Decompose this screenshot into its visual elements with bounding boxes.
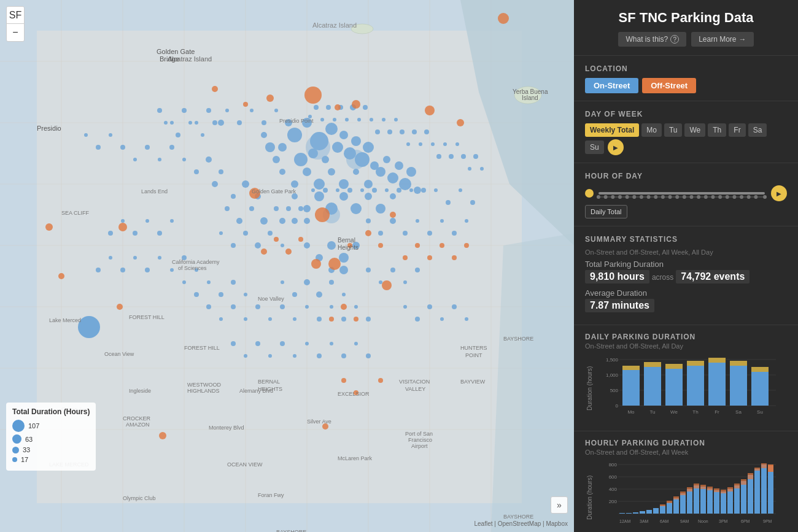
- svg-rect-401: [714, 490, 719, 514]
- dow-play-button[interactable]: ▶: [608, 139, 624, 155]
- legend-item-3: 33: [12, 446, 90, 453]
- svg-point-150: [424, 129, 429, 134]
- svg-point-113: [231, 243, 236, 248]
- svg-point-146: [400, 129, 405, 134]
- avg-value: 7.87 minutes: [585, 299, 654, 312]
- what-is-this-button[interactable]: What is this? ?: [618, 32, 686, 47]
- dow-th[interactable]: Th: [708, 123, 726, 137]
- svg-point-63: [316, 254, 323, 261]
- legend-circle-lg: [12, 420, 25, 432]
- svg-rect-390: [640, 511, 645, 514]
- summary-title: SUMMARY STATISTICS: [585, 235, 787, 244]
- svg-point-116: [170, 121, 174, 125]
- svg-rect-369: [751, 372, 769, 406]
- legend-circle-md: [12, 434, 21, 444]
- svg-point-270: [354, 317, 358, 322]
- location-label: LOCATION: [585, 64, 787, 73]
- svg-point-254: [243, 102, 248, 107]
- zoom-out-button[interactable]: −: [7, 24, 24, 41]
- svg-point-176: [390, 268, 395, 272]
- svg-rect-408: [761, 465, 767, 514]
- svg-rect-388: [626, 513, 632, 514]
- dow-fr[interactable]: Fr: [729, 123, 745, 137]
- svg-text:We: We: [670, 409, 678, 415]
- question-icon: ?: [670, 35, 679, 44]
- svg-point-123: [250, 109, 254, 112]
- svg-point-41: [399, 178, 411, 190]
- svg-point-21: [325, 123, 338, 135]
- svg-point-238: [382, 280, 392, 290]
- svg-point-124: [237, 120, 242, 125]
- svg-point-208: [207, 280, 211, 284]
- svg-point-139: [357, 118, 361, 121]
- svg-point-222: [145, 219, 149, 223]
- svg-point-31: [355, 152, 370, 167]
- hour-track[interactable]: [598, 192, 765, 195]
- svg-point-92: [96, 145, 101, 150]
- svg-text:Noon: Noon: [698, 519, 708, 523]
- hour-slider-handle[interactable]: [585, 189, 594, 198]
- svg-point-234: [323, 206, 340, 223]
- svg-rect-360: [644, 362, 661, 367]
- dow-su[interactable]: Su: [585, 141, 604, 154]
- svg-text:3PM: 3PM: [719, 519, 728, 523]
- dow-sa[interactable]: Sa: [748, 123, 767, 137]
- svg-rect-393: [660, 506, 665, 514]
- svg-point-187: [268, 317, 272, 321]
- legend-value-1: 107: [28, 422, 39, 430]
- svg-point-74: [249, 206, 254, 211]
- svg-rect-425: [741, 479, 746, 485]
- svg-point-29: [344, 147, 356, 160]
- map-zoom-controls[interactable]: SF TNC Parking Data −: [6, 6, 25, 42]
- svg-text:Monterey Blvd: Monterey Blvd: [209, 425, 244, 431]
- svg-point-25: [294, 153, 308, 166]
- svg-point-54: [339, 192, 348, 201]
- svg-point-249: [457, 119, 464, 126]
- svg-point-77: [279, 218, 285, 224]
- svg-text:0: 0: [616, 403, 619, 409]
- svg-text:Airport: Airport: [411, 443, 428, 449]
- svg-point-59: [303, 205, 311, 212]
- dow-weekly-total[interactable]: Weekly Total: [585, 123, 639, 137]
- legend-item-2: 63: [12, 434, 90, 444]
- svg-point-263: [403, 255, 408, 260]
- svg-point-75: [260, 217, 268, 225]
- learn-more-button[interactable]: Learn More →: [691, 32, 753, 47]
- svg-point-199: [244, 354, 247, 358]
- svg-point-250: [498, 13, 509, 24]
- svg-point-220: [170, 219, 174, 223]
- svg-point-43: [414, 187, 421, 194]
- svg-text:Presidio Point: Presidio Point: [279, 118, 314, 124]
- svg-point-257: [378, 243, 383, 248]
- daily-total-tooltip: Daily Total: [585, 205, 627, 218]
- app-title: SF TNC Parking Data: [580, 10, 792, 26]
- on-street-button[interactable]: On-Street: [585, 78, 638, 93]
- off-street-button[interactable]: Off-Street: [642, 78, 696, 93]
- svg-point-128: [188, 121, 192, 125]
- svg-point-219: [195, 268, 198, 272]
- svg-point-203: [354, 342, 358, 345]
- svg-point-245: [159, 432, 166, 439]
- hourly-chart-inner: 800 600 400 200: [593, 460, 787, 532]
- dow-tu[interactable]: Tu: [664, 123, 683, 137]
- svg-text:FOREST HILL: FOREST HILL: [184, 345, 220, 351]
- svg-point-204: [366, 353, 371, 358]
- dow-we[interactable]: We: [684, 123, 705, 137]
- svg-point-170: [434, 188, 438, 192]
- svg-point-56: [365, 193, 372, 200]
- header-buttons: What is this? ? Learn More →: [580, 32, 792, 47]
- map-expand-button[interactable]: »: [551, 496, 568, 514]
- avg-duration-stat: Average Duration 7.87 minutes: [585, 288, 787, 312]
- dow-mo[interactable]: Mo: [641, 123, 662, 137]
- svg-text:WESTWOOD: WESTWOOD: [187, 382, 221, 388]
- svg-point-67: [328, 267, 335, 273]
- svg-text:Su: Su: [757, 409, 763, 415]
- dow-buttons: Weekly Total Mo Tu We Th Fr Sa Su ▶: [585, 123, 787, 155]
- svg-point-38: [383, 156, 390, 163]
- hour-slider[interactable]: ▶: [585, 185, 787, 201]
- svg-point-240: [311, 259, 321, 269]
- svg-point-154: [449, 154, 454, 159]
- svg-text:AMAZON: AMAZON: [126, 422, 150, 428]
- zoom-in-button[interactable]: SF TNC Parking Data: [7, 7, 24, 24]
- hour-play-button[interactable]: ▶: [771, 185, 787, 201]
